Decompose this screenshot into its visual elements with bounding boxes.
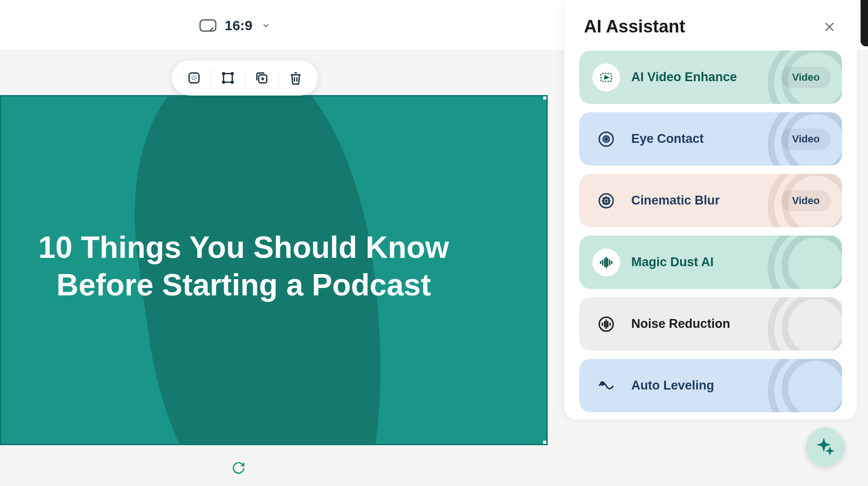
svg-point-20	[603, 198, 605, 199]
tool-badge: Video	[781, 128, 831, 150]
svg-point-18	[605, 138, 608, 140]
svg-point-22	[608, 198, 609, 199]
panel-header: AI Assistant	[564, 0, 857, 51]
blur-icon	[592, 187, 620, 215]
card-decor	[768, 297, 842, 351]
tool-label: Auto Leveling	[631, 378, 714, 393]
fit-button[interactable]	[183, 67, 205, 89]
toolbar-divider	[279, 70, 279, 86]
tool-label: Magic Dust AI	[631, 255, 714, 269]
ai-tool-cinematic-blur[interactable]: Cinematic Blur Video	[579, 174, 842, 227]
ai-tool-noise-reduction[interactable]: Noise Reduction	[579, 297, 842, 351]
crop-button[interactable]	[217, 67, 239, 89]
svg-point-4	[231, 73, 233, 75]
enhance-icon	[592, 64, 620, 91]
svg-point-24	[606, 200, 607, 201]
tool-label: Cinematic Blur	[631, 193, 720, 208]
svg-point-21	[606, 197, 607, 198]
toolbar-divider	[245, 70, 245, 86]
tool-badge: Video	[781, 67, 831, 88]
canvas[interactable]: 10 Things You Should Know Before Startin…	[0, 95, 548, 445]
svg-marker-15	[605, 76, 608, 79]
card-decor	[768, 359, 842, 412]
panel-title: AI Assistant	[584, 17, 685, 37]
right-edge-decor	[861, 0, 868, 46]
ai-tool-eye-contact[interactable]: Eye Contact Video	[579, 112, 842, 166]
ai-fab-button[interactable]	[806, 428, 845, 467]
tool-label: AI Video Enhance	[631, 70, 737, 84]
close-button[interactable]	[822, 19, 837, 35]
ai-tool-magic-dust[interactable]: Magic Dust AI	[579, 236, 842, 289]
noise-icon	[592, 310, 620, 338]
svg-point-42	[601, 382, 604, 385]
aspect-ratio-selector[interactable]: 16:9	[200, 18, 271, 33]
svg-point-1	[192, 76, 196, 80]
svg-point-27	[606, 203, 607, 205]
toolbar-divider	[211, 70, 211, 86]
resize-handle-bottom-right[interactable]	[543, 441, 548, 445]
tool-label: Noise Reduction	[631, 317, 730, 331]
ai-tool-video-enhance[interactable]: AI Video Enhance Video	[579, 51, 842, 104]
svg-point-3	[223, 73, 225, 75]
tool-label: Eye Contact	[631, 132, 704, 146]
delete-button[interactable]	[285, 67, 307, 89]
card-decor	[768, 236, 842, 289]
ai-tool-auto-leveling[interactable]: Auto Leveling	[579, 359, 842, 412]
wave-icon	[592, 249, 620, 276]
tool-badge: Video	[781, 190, 831, 211]
refresh-button[interactable]	[230, 459, 247, 477]
canvas-title-text[interactable]: 10 Things You Should Know Before Startin…	[35, 229, 453, 303]
chevron-down-icon	[261, 20, 271, 31]
eye-icon	[592, 125, 620, 153]
ai-tool-list: AI Video Enhance Video Eye Contact Video…	[564, 51, 857, 412]
svg-point-25	[609, 200, 610, 201]
level-icon	[592, 372, 620, 400]
svg-point-23	[602, 200, 604, 201]
svg-rect-0	[189, 73, 199, 83]
svg-point-6	[231, 81, 233, 83]
resize-handle-top-right[interactable]	[543, 95, 548, 100]
svg-point-5	[223, 81, 225, 83]
add-button[interactable]	[251, 67, 273, 89]
svg-point-28	[608, 202, 609, 204]
aspect-ratio-icon	[200, 19, 216, 32]
ai-assistant-panel: AI Assistant AI Video Enhance Video Eye …	[564, 0, 857, 420]
svg-rect-2	[224, 74, 233, 83]
svg-point-26	[603, 202, 605, 204]
aspect-ratio-value: 16:9	[225, 18, 253, 33]
canvas-toolbar	[172, 60, 318, 96]
